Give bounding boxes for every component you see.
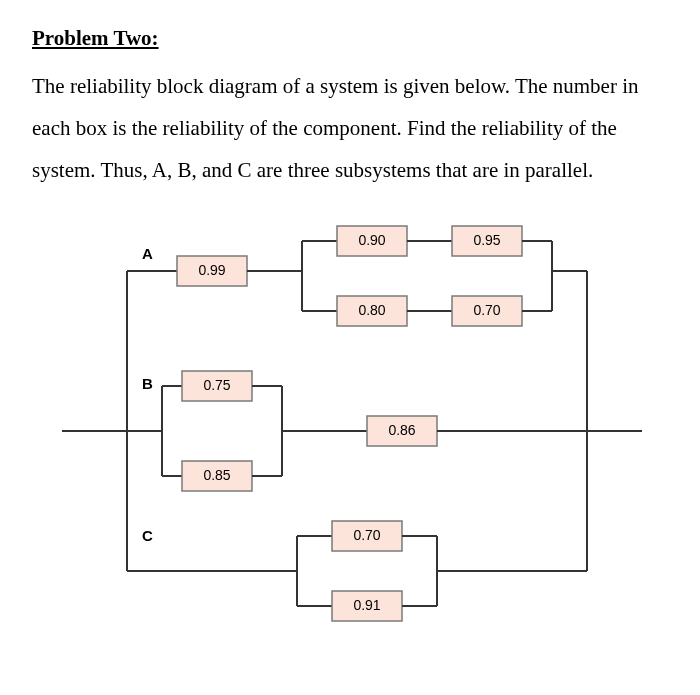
component-value: 0.85 (203, 467, 230, 483)
component-value: 0.90 (358, 232, 385, 248)
component-value: 0.70 (353, 527, 380, 543)
subsystem-label-c: C (142, 527, 153, 544)
component-value: 0.80 (358, 302, 385, 318)
component-value: 0.75 (203, 377, 230, 393)
subsystem-label-a: A (142, 245, 153, 262)
subsystem-label-b: B (142, 375, 153, 392)
component-value: 0.91 (353, 597, 380, 613)
reliability-block-diagram: A 0.99 0.90 0.95 0.80 0.70 (32, 211, 672, 631)
component-value: 0.95 (473, 232, 500, 248)
problem-statement: The reliability block diagram of a syste… (32, 65, 682, 191)
component-value: 0.70 (473, 302, 500, 318)
page: Problem Two: The reliability block diagr… (0, 0, 700, 631)
problem-heading: Problem Two: (32, 26, 682, 51)
component-value: 0.99 (198, 262, 225, 278)
component-value: 0.86 (388, 422, 415, 438)
